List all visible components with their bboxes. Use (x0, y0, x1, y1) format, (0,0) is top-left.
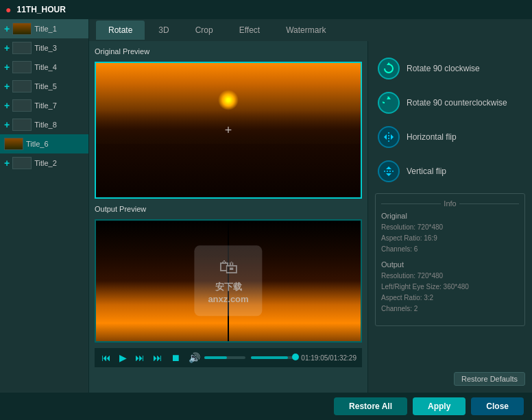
rotate-cw-label: Rotate 90 clockwise (407, 64, 480, 73)
app-icon: ● (5, 4, 11, 15)
main-layout: + Title_1 + Title_3 + Title_4 + Title_5 … (0, 19, 532, 393)
rotate-cw-icon (378, 58, 400, 79)
time-label: 01:19:05/01:32:29 (301, 354, 356, 362)
output-preview-label: Output Preview (95, 204, 362, 214)
flip-v-option[interactable]: Vertical flip (375, 158, 525, 185)
player-controls: ⏮ ▶ ⏭ ⏭ ⏹ 🔊 01:19:05/01:32 (95, 348, 362, 367)
svg-marker-6 (386, 166, 391, 169)
thumb-2 (12, 157, 32, 169)
preview-area: Original Preview + Output Preview (89, 41, 367, 393)
info-header: Info (381, 199, 519, 208)
tab-watermark[interactable]: Watermark (274, 21, 338, 40)
sidebar-item-title4[interactable]: + Title_4 (0, 58, 88, 77)
top-bar: ● 11TH_HOUR (0, 0, 532, 19)
sidebar-label-3: Title_3 (34, 44, 57, 52)
bottom-bar: Restore All Apply Close (0, 393, 532, 420)
sidebar-label-6: Title_6 (26, 140, 49, 148)
sidebar-label-5: Title_5 (34, 82, 57, 90)
flip-h-icon (378, 126, 400, 148)
volume-fill (204, 356, 227, 359)
progress-thumb (292, 354, 299, 360)
progress-fill (251, 356, 288, 359)
restore-defaults-button[interactable]: Restore Defaults (454, 372, 525, 386)
info-output-aspect: Aspect Ratio: 3:2 (381, 293, 519, 304)
sidebar-label-8: Title_8 (34, 121, 57, 129)
sidebar-label-7: Title_7 (34, 101, 57, 110)
rotate-ccw-icon (378, 92, 400, 114)
plus-icon-4: + (4, 62, 10, 73)
flip-h-label: Horizontal flip (407, 132, 457, 142)
sidebar-item-title6[interactable]: Title_6 (0, 134, 88, 153)
plus-icon-8: + (4, 119, 10, 130)
sidebar-item-title2[interactable]: + Title_2 (0, 153, 88, 173)
plus-icon-3: + (4, 42, 10, 53)
sidebar-label-2: Title_2 (34, 159, 57, 167)
info-original-title: Original (381, 212, 519, 220)
thumb-8 (12, 119, 32, 131)
plus-icon-2: + (4, 158, 10, 169)
tab-rotate[interactable]: Rotate (96, 21, 145, 40)
thumb-7 (12, 99, 32, 112)
info-output-channels: Channels: 2 (381, 304, 519, 314)
thumb-1 (12, 23, 32, 35)
sidebar-item-title8[interactable]: + Title_8 (0, 115, 88, 134)
close-button[interactable]: Close (471, 397, 524, 415)
thumb-5 (12, 80, 32, 92)
svg-marker-0 (387, 62, 391, 65)
rotate-ccw-option[interactable]: Rotate 90 counterclockwise (375, 89, 525, 116)
thumb-4 (12, 61, 32, 73)
rotate-options: Rotate 90 clockwise Rotate 90 counterclo… (375, 48, 525, 185)
skip-end-button[interactable]: ⏭ (152, 351, 164, 365)
flip-v-label: Vertical flip (407, 166, 446, 176)
svg-marker-3 (384, 134, 387, 140)
sidebar-item-title3[interactable]: + Title_3 (0, 38, 88, 58)
info-original-aspect: Aspect Ratio: 16:9 (381, 233, 519, 244)
info-section: Info Original Resolution: 720*480 Aspect… (375, 193, 525, 326)
right-panel: Rotate 90 clockwise Rotate 90 counterclo… (367, 41, 532, 393)
rotate-cw-option[interactable]: Rotate 90 clockwise (375, 55, 525, 82)
plus-icon-7: + (4, 100, 10, 111)
volume-area: 🔊 (187, 351, 245, 365)
skip-start-button[interactable]: ⏮ (100, 351, 112, 365)
stop-button[interactable]: ⏹ (169, 351, 182, 365)
flip-h-option[interactable]: Horizontal flip (375, 123, 525, 151)
rotate-ccw-label: Rotate 90 counterclockwise (407, 98, 507, 108)
app-title: 11TH_HOUR (16, 5, 65, 14)
info-original-channels: Channels: 6 (381, 244, 519, 255)
volume-bar[interactable] (204, 356, 245, 359)
info-output-eye-size: Left/Right Eye Size: 360*480 (381, 282, 519, 293)
tab-crop[interactable]: Crop (183, 21, 226, 40)
info-output-resolution: Resolution: 720*480 (381, 271, 519, 282)
watermark-text: 安下载anxz.com (208, 281, 248, 306)
plus-icon-5: + (4, 81, 10, 92)
sidebar-item-title1[interactable]: + Title_1 (0, 19, 88, 38)
sidebar-label-1: Title_1 (34, 25, 57, 33)
info-output-title: Output (381, 260, 519, 269)
original-preview-box: + (95, 62, 362, 199)
tabs-bar: Rotate 3D Crop Effect Watermark (89, 19, 532, 41)
volume-icon: 🔊 (187, 351, 202, 365)
svg-marker-7 (386, 173, 391, 176)
svg-marker-1 (387, 97, 391, 99)
tab-effect[interactable]: Effect (227, 21, 272, 40)
svg-marker-4 (391, 134, 394, 140)
progress-bar[interactable] (251, 356, 295, 359)
content-inner: Original Preview + Output Preview (89, 41, 532, 393)
output-preview-box: 🛍 安下载anxz.com (95, 219, 362, 343)
sidebar-item-title5[interactable]: + Title_5 (0, 77, 88, 96)
tab-3d[interactable]: 3D (146, 21, 181, 40)
sun-glow (218, 90, 239, 110)
sidebar: + Title_1 + Title_3 + Title_4 + Title_5 … (0, 19, 89, 393)
thumb-3 (12, 42, 32, 54)
plus-icon-1: + (4, 23, 10, 34)
thumb-6 (4, 138, 23, 150)
sidebar-item-title7[interactable]: + Title_7 (0, 96, 88, 115)
original-preview-label: Original Preview (95, 47, 362, 56)
play-button[interactable]: ▶ (118, 351, 128, 365)
step-forward-button[interactable]: ⏭ (134, 351, 146, 365)
content-area: Rotate 3D Crop Effect Watermark Original… (89, 19, 532, 393)
sidebar-label-4: Title_4 (34, 63, 57, 71)
watermark-bag-icon: 🛍 (219, 256, 238, 278)
restore-all-button[interactable]: Restore All (334, 397, 407, 415)
apply-button[interactable]: Apply (413, 397, 466, 415)
